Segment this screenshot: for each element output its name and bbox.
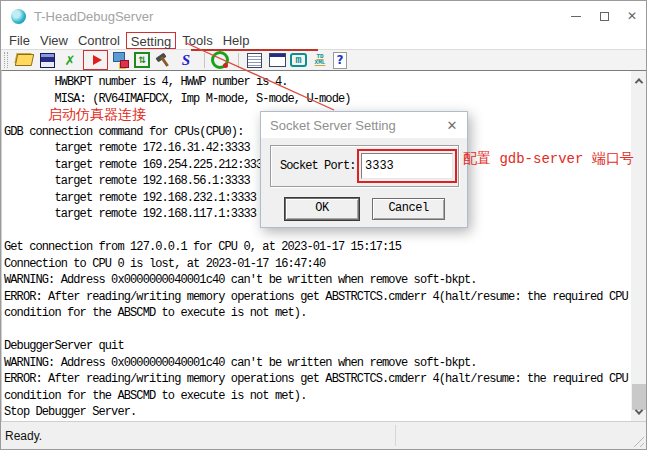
vertical-scrollbar[interactable] xyxy=(631,70,647,421)
console-line xyxy=(4,322,631,339)
app-window: T-HeadDebugServer ✕ FileViewControlSetti… xyxy=(0,0,647,450)
symbol-icon[interactable]: S xyxy=(176,50,196,70)
chevron-down-icon xyxy=(635,406,643,414)
console-line: condition for the ABSCMD to execute is n… xyxy=(4,388,631,405)
status-message: Ready. xyxy=(1,429,42,443)
maximize-button[interactable] xyxy=(590,1,618,31)
console-line: Stop Debugger Server. xyxy=(4,404,631,421)
resize-grip-icon[interactable] xyxy=(631,434,644,447)
menubar: FileViewControlSettingToolsHelp xyxy=(1,31,646,49)
monitor-icon[interactable] xyxy=(210,50,230,70)
toolbar: ✗⇅SmTD XML? xyxy=(1,49,646,70)
reset-target-icon[interactable]: ⇅ xyxy=(134,52,150,68)
console-line: ERROR: After reading/writing memory oper… xyxy=(4,371,631,388)
dialog-title: Socket Server Setting xyxy=(261,118,437,133)
dialog-titlebar: Socket Server Setting ✕ xyxy=(261,112,467,138)
maximize-icon xyxy=(600,12,609,21)
console-line: Get connection from 127.0.0.1 for CPU 0,… xyxy=(4,239,631,256)
td-xml-icon[interactable]: TD XML xyxy=(310,50,330,70)
port-annotation-box xyxy=(357,149,457,183)
statusbar: Ready. xyxy=(1,421,646,449)
toolbar-separator xyxy=(238,53,239,68)
dialog-close-button[interactable]: ✕ xyxy=(437,118,467,133)
annotation-configure-port: 配置 gdb-server 端口号 xyxy=(463,150,634,168)
minimize-icon xyxy=(571,16,581,17)
run-icon[interactable] xyxy=(83,50,108,70)
close-button[interactable]: ✕ xyxy=(618,1,646,31)
scroll-down-button[interactable] xyxy=(631,404,647,419)
socket-server-setting-dialog: Socket Server Setting ✕ Socket Port: OK … xyxy=(260,111,468,228)
statusbar-separator xyxy=(395,425,396,446)
menu-item-control[interactable]: Control xyxy=(74,32,124,49)
titlebar: T-HeadDebugServer ✕ xyxy=(1,1,646,31)
open-file-icon[interactable] xyxy=(14,50,34,70)
socket-port-input[interactable] xyxy=(361,153,453,179)
menu-item-help[interactable]: Help xyxy=(219,32,254,49)
debug-view-icon[interactable] xyxy=(267,50,287,70)
toolbar-separator xyxy=(204,53,205,68)
app-icon xyxy=(11,9,26,24)
menu-item-file[interactable]: File xyxy=(5,32,34,49)
minimize-button[interactable] xyxy=(562,1,590,31)
chevron-up-icon xyxy=(635,78,643,86)
ok-button[interactable]: OK xyxy=(285,198,359,220)
console-line: MISA: (RV64IMAFDCX, Imp M-mode, S-mode, … xyxy=(4,91,631,108)
window-title: T-HeadDebugServer xyxy=(34,9,153,24)
console-line: condition for the ABSCMD to execute is n… xyxy=(4,305,631,322)
console-line: ERROR: After reading/writing memory oper… xyxy=(4,289,631,306)
connect-target-icon[interactable] xyxy=(111,50,131,70)
menu-item-view[interactable]: View xyxy=(36,32,72,49)
memory-icon[interactable]: m xyxy=(290,53,307,67)
scroll-up-button[interactable] xyxy=(631,73,647,88)
toolbar-grip[interactable] xyxy=(4,52,8,68)
help-icon[interactable]: ? xyxy=(333,52,347,69)
console-line: Connection to CPU 0 is lost, at 2023-01-… xyxy=(4,256,631,273)
window-controls: ✕ xyxy=(562,1,646,31)
menu-item-tools[interactable]: Tools xyxy=(178,32,216,49)
socket-port-groupbox: Socket Port: xyxy=(270,145,459,187)
clear-icon[interactable]: ✗ xyxy=(60,50,80,70)
menu-item-setting[interactable]: Setting xyxy=(126,32,176,49)
cancel-button[interactable]: Cancel xyxy=(372,198,445,220)
console-line: DebuggerServer quit xyxy=(4,338,631,355)
console-line: WARNING: Address 0x0000000040001c40 can'… xyxy=(4,355,631,372)
console-line: HWBKPT number is 4, HWWP number is 4. xyxy=(4,74,631,91)
build-icon[interactable] xyxy=(153,50,173,70)
socket-port-label: Socket Port: xyxy=(280,159,356,173)
properties-icon[interactable] xyxy=(244,50,264,70)
save-icon[interactable] xyxy=(37,50,57,70)
console-line: WARNING: Address 0x0000000040001c40 can'… xyxy=(4,272,631,289)
